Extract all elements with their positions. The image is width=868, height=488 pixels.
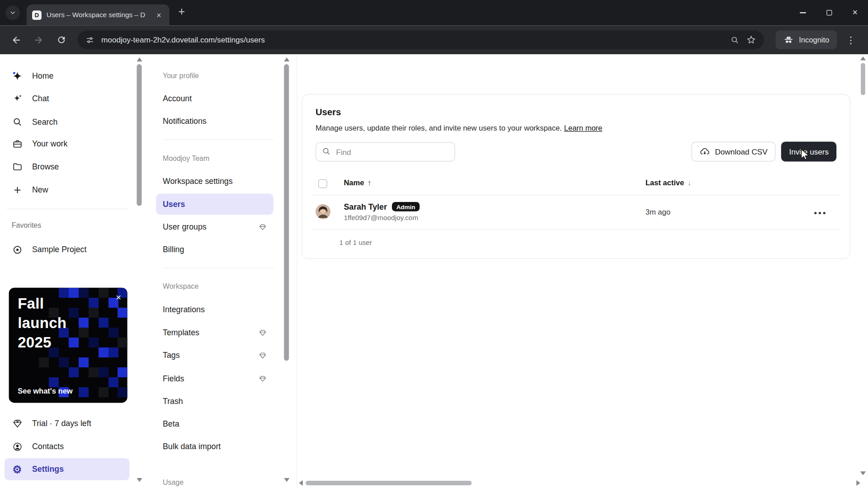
settings-nav-label: Integrations	[163, 305, 205, 314]
sidebar-item-contacts[interactable]: Contacts	[5, 436, 130, 458]
new-tab-button[interactable]: +	[178, 5, 185, 17]
settings-nav-label: Users	[163, 200, 185, 209]
gear-icon: ⚙	[12, 464, 23, 474]
settings-nav-integrations[interactable]: Integrations	[156, 299, 274, 320]
promo-close-icon[interactable]: ×	[116, 292, 121, 303]
scrollbar-thumb[interactable]	[284, 64, 289, 361]
scroll-down-arrow[interactable]	[860, 471, 866, 475]
sort-desc-icon: ↓	[688, 179, 691, 187]
sidebar-item-browse[interactable]: Browse	[5, 155, 130, 178]
settings-nav-trash[interactable]: Trash	[156, 390, 274, 412]
settings-nav-templates[interactable]: Templates	[156, 322, 274, 343]
settings-nav-label: Notifications	[163, 117, 207, 126]
sidebar-item-label: Trial · 7 days left	[32, 419, 91, 428]
folder-icon	[12, 161, 23, 172]
scroll-down-arrow[interactable]	[137, 478, 142, 482]
tab-close-icon[interactable]: ×	[154, 10, 164, 20]
download-csv-button[interactable]: Download CSV	[692, 141, 776, 161]
sidebar-item-settings[interactable]: ⚙ Settings	[5, 458, 130, 480]
close-button[interactable]: ×	[842, 0, 868, 25]
gem-badge-icon	[259, 223, 267, 231]
settings-nav-label: Workspace settings	[163, 177, 233, 186]
download-csv-label: Download CSV	[715, 147, 767, 156]
site-info-button[interactable]	[85, 35, 95, 45]
window-controls: ×	[790, 0, 868, 25]
settings-nav-users[interactable]: Users	[156, 194, 274, 215]
sidebar-item-trial[interactable]: Trial · 7 days left	[5, 412, 130, 434]
sparkle-icon	[12, 93, 23, 104]
sidebar-item-home[interactable]: Home	[5, 65, 130, 87]
settings-section-heading: Moodjoy Team	[163, 155, 209, 163]
sidebar-item-chat[interactable]: Chat	[5, 87, 130, 109]
settings-nav-workspace-settings[interactable]: Workspace settings	[156, 170, 274, 192]
sidebar-item-label: Search	[32, 117, 57, 127]
settings-nav-account[interactable]: Account	[156, 88, 274, 109]
browser-tab[interactable]: D Users – Workspace settings – D ×	[27, 5, 170, 26]
user-avatar	[316, 204, 330, 219]
select-all-checkbox[interactable]	[318, 179, 327, 188]
settings-nav-tags[interactable]: Tags	[156, 345, 274, 366]
scroll-left-arrow[interactable]	[299, 480, 303, 486]
zoom-icon[interactable]	[730, 35, 740, 45]
sidebar-item-new[interactable]: New	[5, 179, 130, 201]
sidebar-item-label: Home	[32, 71, 53, 80]
reload-button[interactable]	[52, 30, 71, 49]
mouse-cursor	[799, 148, 811, 163]
row-actions-button[interactable]: ●●●	[812, 205, 829, 220]
sidebar-item-search[interactable]: Search	[5, 111, 130, 133]
settings-nav-bulk-data-import[interactable]: Bulk data import	[156, 436, 274, 457]
sidebar-item-sample-project[interactable]: Sample Project	[5, 239, 130, 261]
scrollbar-thumb[interactable]	[861, 63, 865, 95]
back-button[interactable]	[7, 30, 26, 49]
user-name-text: Sarah Tyler	[344, 202, 387, 211]
settings-nav-beta[interactable]: Beta	[156, 413, 274, 435]
actions-row: Download CSV Invite users	[692, 141, 836, 161]
settings-nav-fields[interactable]: Fields	[156, 368, 274, 389]
download-cloud-icon	[700, 146, 710, 156]
maximize-button[interactable]	[816, 0, 842, 25]
favorites-heading: Favorites	[12, 221, 41, 230]
scrollbar-thumb[interactable]	[306, 481, 472, 485]
browser-menu-button[interactable]: ⋮	[841, 30, 860, 49]
sidebar-item-label: Sample Project	[32, 245, 86, 254]
settings-nav-user-groups[interactable]: User groups	[156, 216, 274, 238]
promo-card: × Fall launch 2025 See what's new	[9, 288, 127, 403]
find-input-wrapper	[316, 142, 455, 162]
column-header-last-active[interactable]: Last active ↓	[646, 179, 691, 187]
settings-nav-notifications[interactable]: Notifications	[156, 111, 274, 132]
person-icon	[12, 441, 23, 452]
dovetail-favicon: D	[32, 10, 42, 20]
promo-cta[interactable]: See what's new	[18, 387, 73, 395]
settings-nav-billing[interactable]: Billing	[156, 239, 274, 260]
scroll-down-arrow[interactable]	[284, 478, 289, 482]
promo-title: Fall launch 2025	[18, 294, 87, 352]
tab-search-button[interactable]	[5, 5, 20, 20]
settings-nav-label: Trash	[163, 397, 183, 406]
back-arrow-icon	[11, 35, 21, 45]
gem-icon	[12, 418, 23, 428]
settings-nav-divider	[163, 140, 274, 140]
screen: D Users – Workspace settings – D × + × m…	[0, 0, 868, 488]
url-bar[interactable]: moodjoy-team-2h2v.dovetail.com/settings/…	[77, 30, 764, 49]
sidebar-item-label: Browse	[32, 162, 59, 171]
scroll-up-arrow[interactable]	[284, 57, 289, 61]
settings-nav-label: Account	[163, 94, 192, 103]
scroll-up-arrow[interactable]	[137, 57, 142, 61]
sort-asc-icon: ↑	[368, 179, 371, 187]
scrollbar-thumb[interactable]	[137, 64, 142, 206]
forward-button[interactable]	[29, 30, 48, 49]
sidebar-item-your-work[interactable]: Your work	[5, 133, 130, 155]
scroll-up-arrow[interactable]	[860, 56, 866, 61]
scroll-right-arrow[interactable]	[856, 480, 860, 486]
target-icon	[12, 244, 23, 255]
settings-section-heading: Your profile	[163, 71, 199, 80]
bookmark-star-icon[interactable]	[746, 35, 756, 45]
role-badge: Admin	[392, 202, 420, 211]
chevron-down-icon	[9, 9, 17, 17]
gem-badge-icon	[259, 351, 267, 359]
page-title: Users	[316, 107, 341, 117]
minimize-button[interactable]	[790, 0, 816, 25]
column-header-name[interactable]: Name ↑	[344, 179, 371, 187]
learn-more-link[interactable]: Learn more	[564, 124, 603, 132]
find-input[interactable]	[335, 143, 448, 160]
